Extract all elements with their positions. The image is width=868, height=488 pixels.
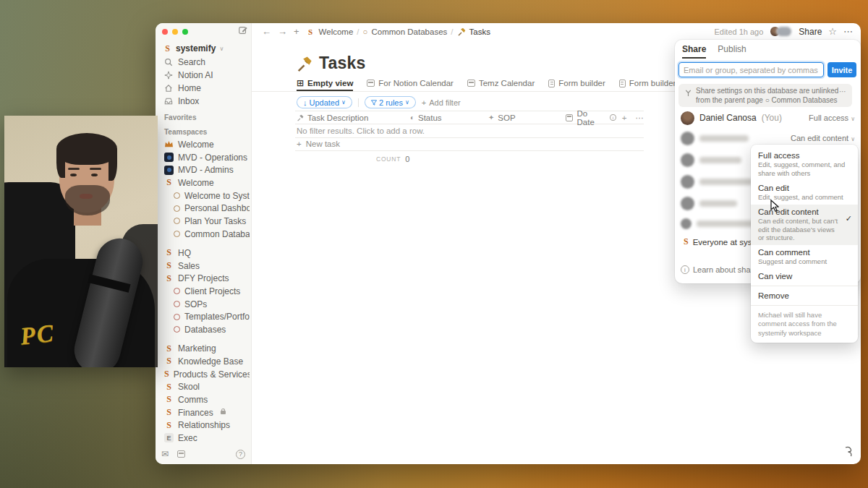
sidebar-item-dfy-projects[interactable]: S DFY Projects bbox=[158, 272, 250, 285]
breadcrumb-welcome[interactable]: Welcome bbox=[319, 27, 354, 36]
rules-pill[interactable]: 2 rules ∨ bbox=[365, 96, 416, 108]
new-page-button[interactable] bbox=[238, 25, 248, 35]
forward-button[interactable]: → bbox=[278, 26, 287, 37]
webcam-overlay: PC bbox=[4, 116, 158, 367]
dropdown-item-can-comment[interactable]: Can comment Suggest and comment bbox=[751, 245, 858, 269]
systemify-logo-icon: S bbox=[164, 247, 174, 258]
count-label: COUNT bbox=[376, 155, 401, 163]
minimize-window-button[interactable] bbox=[172, 29, 178, 35]
item-label: Marketing bbox=[178, 343, 216, 354]
calendar-icon[interactable] bbox=[177, 450, 185, 458]
sidebar-item-client-projects[interactable]: Client Projects bbox=[158, 285, 250, 298]
sidebar-item-sales[interactable]: S Sales bbox=[158, 260, 250, 273]
person-beard bbox=[65, 185, 110, 215]
add-filter-button[interactable]: + Add filter bbox=[422, 98, 461, 107]
more-options-icon[interactable]: ⋯ bbox=[843, 26, 854, 37]
sidebar-item-skool[interactable]: S Skool bbox=[158, 380, 250, 393]
tab-for-notion-calendar[interactable]: For Notion Calendar bbox=[367, 75, 454, 91]
share-button[interactable]: Share bbox=[799, 27, 822, 37]
member-access-selector[interactable]: Full access ∨ bbox=[809, 114, 855, 122]
maximize-window-button[interactable] bbox=[182, 29, 188, 35]
sidebar-item-relationships[interactable]: S Relationships bbox=[158, 419, 250, 432]
column-label: Task Description bbox=[307, 114, 368, 122]
dropdown-item-remove[interactable]: Remove bbox=[751, 288, 858, 303]
breadcrumb-common-databases[interactable]: Common Databases bbox=[371, 27, 447, 36]
item-label: Welcome bbox=[178, 178, 214, 188]
sidebar-item-welcome-2[interactable]: S Welcome bbox=[158, 176, 250, 189]
systemify-logo-icon: S bbox=[164, 343, 174, 354]
sidebar-item-welcome[interactable]: Welcome bbox=[158, 138, 250, 151]
invite-button[interactable]: Invite bbox=[827, 62, 856, 77]
tab-empty-view[interactable]: ⊞ Empty view bbox=[297, 75, 353, 91]
column-do-date[interactable]: Do Date i bbox=[564, 109, 616, 127]
dropdown-item-full-access[interactable]: Full access Edit, suggest, comment, and … bbox=[751, 148, 858, 181]
sidebar-item-sops[interactable]: SOPs bbox=[158, 298, 250, 311]
sidebar-item-mvd-operations[interactable]: MVD - Operations bbox=[158, 151, 250, 164]
column-label: Do Date bbox=[576, 109, 606, 127]
sidebar-item-plan-your-tasks[interactable]: Plan Your Tasks bbox=[158, 215, 250, 228]
sidebar-item-exec[interactable]: E Exec bbox=[158, 432, 250, 445]
sidebar-item-home[interactable]: Home bbox=[158, 82, 248, 95]
sort-pill[interactable]: ↓ Updated ∨ bbox=[297, 96, 352, 108]
new-task-row[interactable]: + New task bbox=[295, 138, 644, 152]
tab-form-builder-1[interactable]: Form builder bbox=[548, 75, 605, 91]
home-icon bbox=[164, 84, 173, 93]
invite-email-input[interactable] bbox=[678, 62, 824, 77]
dropdown-item-can-view[interactable]: Can view bbox=[751, 269, 858, 283]
circle-page-icon bbox=[174, 288, 180, 294]
sidebar-item-search[interactable]: Search bbox=[158, 56, 248, 69]
sidebar-item-products-services[interactable]: S Products & Services bbox=[158, 368, 250, 381]
exec-icon: E bbox=[164, 433, 174, 442]
workspace-switcher[interactable]: S systemify ∨ bbox=[160, 40, 247, 56]
invite-members-icon[interactable]: ✉ bbox=[161, 449, 169, 459]
new-tab-button[interactable]: + bbox=[294, 26, 299, 37]
sidebar-item-databases[interactable]: Databases bbox=[158, 323, 250, 336]
sidebar-nav: Search Notion AI Home Inbox bbox=[158, 56, 248, 108]
sidebar-item-comms[interactable]: S Comms bbox=[158, 393, 250, 406]
nav-label: Home bbox=[178, 83, 201, 93]
sidebar-item-mvd-admins[interactable]: MVD - Admins bbox=[158, 163, 250, 176]
back-button[interactable]: ← bbox=[262, 26, 271, 37]
notice-link-label: Common Databases bbox=[771, 96, 837, 104]
tab-share[interactable]: Share bbox=[682, 44, 706, 59]
sidebar-item-marketing[interactable]: S Marketing bbox=[158, 342, 250, 355]
sidebar-item-common-databases[interactable]: Common Databases bbox=[158, 228, 250, 241]
member-access-selector[interactable]: Can edit content ∨ bbox=[791, 134, 855, 142]
breadcrumb-separator: / bbox=[357, 27, 359, 36]
table-options-icon[interactable]: ⋯ bbox=[634, 113, 644, 123]
sidebar-item-inbox[interactable]: Inbox bbox=[158, 95, 248, 108]
favorite-star-icon[interactable]: ☆ bbox=[828, 26, 837, 37]
tab-label: Temz Calendar bbox=[479, 79, 535, 87]
count-row[interactable]: COUNT 0 bbox=[295, 155, 644, 163]
sidebar-item-templates-portfolio[interactable]: Templates/Portfolio bbox=[158, 310, 250, 323]
notice-page-link[interactable]: ○ Common Databases bbox=[765, 96, 838, 104]
sidebar-item-hq[interactable]: S HQ bbox=[158, 247, 250, 260]
chevron-down-icon: ∨ bbox=[851, 136, 855, 142]
member-row-daniel[interactable]: Daniel Canosa (You) Full access ∨ bbox=[675, 109, 861, 127]
close-window-button[interactable] bbox=[162, 29, 168, 35]
sidebar-item-knowledge-base[interactable]: S Knowledge Base bbox=[158, 355, 250, 368]
empty-results-row[interactable]: No filter results. Click to add a row. bbox=[295, 124, 644, 138]
person-hair-right bbox=[109, 152, 117, 181]
column-task-description[interactable]: Task Description bbox=[295, 114, 409, 122]
avatar-redacted bbox=[681, 197, 694, 210]
add-column-button[interactable]: + bbox=[621, 114, 627, 122]
tab-temz-calendar[interactable]: Temz Calendar bbox=[467, 75, 535, 91]
sidebar-item-notion-ai[interactable]: Notion AI bbox=[158, 69, 248, 82]
systemify-logo-icon: S bbox=[164, 369, 169, 380]
breadcrumb-tasks[interactable]: Tasks bbox=[469, 27, 490, 36]
hammer-icon bbox=[457, 27, 466, 36]
sidebar-item-welcome-to-systemify[interactable]: Welcome to Systemify bbox=[158, 189, 250, 202]
systemify-logo-icon: S bbox=[164, 273, 174, 284]
dropdown-item-can-edit[interactable]: Can edit Edit, suggest, and comment bbox=[751, 181, 858, 205]
sidebar-item-finances[interactable]: S Finances bbox=[158, 406, 250, 419]
help-button[interactable]: ? bbox=[236, 450, 245, 459]
tab-form-builder-2[interactable]: Form builder bbox=[619, 75, 676, 91]
sidebar-item-personal-dashboards[interactable]: Personal Dashboards bbox=[158, 202, 250, 215]
dropdown-item-can-edit-content[interactable]: Can edit content Can edit content, but c… bbox=[751, 205, 858, 246]
notice-more-icon[interactable]: ⋯ bbox=[839, 87, 847, 97]
tab-publish[interactable]: Publish bbox=[718, 44, 746, 59]
column-status[interactable]: ◐ Status bbox=[409, 114, 487, 122]
column-sop[interactable]: ✦ SOP bbox=[487, 114, 564, 122]
permission-dropdown: Full access Edit, suggest, comment, and … bbox=[751, 145, 858, 343]
